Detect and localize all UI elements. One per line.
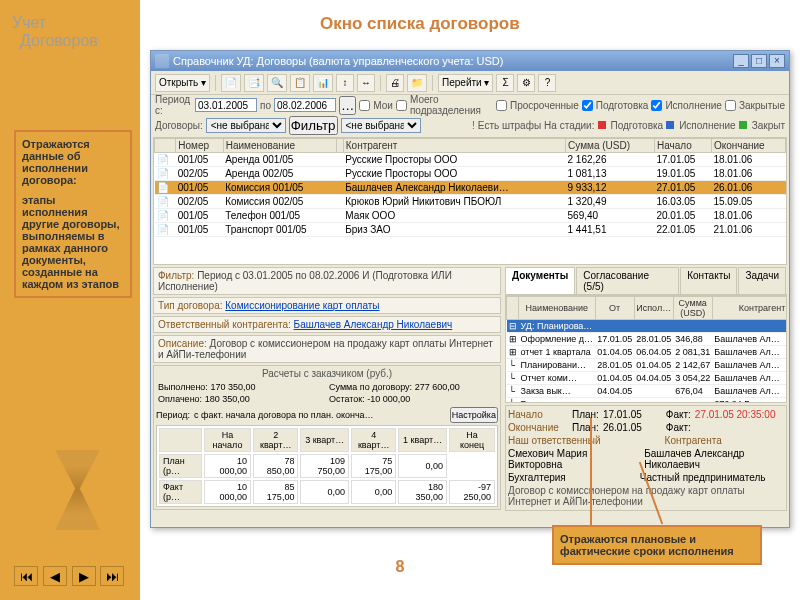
table-row[interactable]: 📄002/05Комиссия 002/05Крюков Юрий Никито… xyxy=(155,195,786,209)
callout-arrow xyxy=(590,418,592,526)
tab[interactable]: Документы xyxy=(505,267,575,294)
first-button[interactable]: ⏮ xyxy=(14,566,38,586)
calculations-panel: Расчеты с заказчиком (руб.) Выполнено: 1… xyxy=(153,365,501,510)
go-button[interactable]: Перейти ▾ xyxy=(438,74,493,92)
help-button[interactable]: ? xyxy=(538,74,556,92)
open-button[interactable]: Открыть ▾ xyxy=(155,74,210,92)
table-row[interactable]: ⊞отчет 1 квартала01.04.0506.04.052 081,3… xyxy=(507,346,788,359)
table-row[interactable]: 📄001/05Аренда 001/05Русские Просторы ООО… xyxy=(155,153,786,167)
chk-moego[interactable] xyxy=(396,100,407,111)
next-button[interactable]: ▶ xyxy=(72,566,96,586)
table-row[interactable]: └Планировани…28.01.0501.04.052 142,67Баш… xyxy=(507,359,788,372)
resp-us-link[interactable]: Смехович Мария Викторовна xyxy=(508,448,628,470)
chk-pros[interactable] xyxy=(496,100,507,111)
setup-button[interactable]: Настройка xyxy=(450,407,498,423)
type-link[interactable]: Комиссионирование карт оплаты xyxy=(225,300,379,311)
table-row[interactable]: ⊞Оформление д…17.01.0528.01.05346,88Башл… xyxy=(507,333,788,346)
tab[interactable]: Контакты xyxy=(680,267,737,294)
chk-zakr[interactable] xyxy=(725,100,736,111)
date-from-input[interactable] xyxy=(195,98,257,112)
toolbar: Открыть ▾ 📄 📑 🔍 📋 📊 ↕ ↔ 🖨 📁 Перейти ▾ Σ … xyxy=(151,71,789,95)
minimize-button[interactable]: _ xyxy=(733,54,749,68)
tool-icon[interactable]: 🖨 xyxy=(386,74,404,92)
tool-icon[interactable]: ↕ xyxy=(336,74,354,92)
table-row[interactable]: ⊟УД: Планирова… xyxy=(507,320,788,333)
resp-panel: Ответственный контрагента: Башлачев Алек… xyxy=(153,316,501,333)
sigma-button[interactable]: Σ xyxy=(496,74,514,92)
period-row: Период с: по … Мои Моего подразделения П… xyxy=(151,95,789,115)
table-row[interactable]: 📄002/05Аренда 002/05Русские Просторы ООО… xyxy=(155,167,786,181)
table-row[interactable]: 📄001/05Транспорт 001/05Бриз ЗАО1 441,512… xyxy=(155,223,786,237)
nav-buttons: ⏮ ◀ ▶ ⏭ xyxy=(14,566,126,586)
period-button[interactable]: … xyxy=(339,96,356,115)
slide-section: Учет Договоров xyxy=(12,14,98,50)
buh-link[interactable]: Бухгалтерия xyxy=(508,472,566,483)
table-row[interactable]: └Реализация…676,04 Башлачев Ал… xyxy=(507,398,788,404)
tool-icon[interactable]: 📑 xyxy=(244,74,264,92)
contracts-grid[interactable]: НомерНаименованиеКонтрагентСумма (USD)На… xyxy=(153,137,787,265)
resp-k-link[interactable]: Башлачев Александр Николаевич xyxy=(644,448,784,470)
payments-table: На начало2 кварт…3 кварт…4 кварт…1 кварт… xyxy=(156,425,498,507)
table-row[interactable]: 📄001/05Комиссия 001/05Башлачев Александр… xyxy=(155,181,786,195)
window-title: Справочник УД: Договоры (валюта управлен… xyxy=(173,55,503,67)
desc-panel: Описание: Договор с комиссионером на про… xyxy=(153,335,501,363)
dates-panel: НачалоПлан: 17.01.05 Факт: 27.01.05 20:3… xyxy=(505,405,787,511)
maximize-button[interactable]: □ xyxy=(751,54,767,68)
type-panel: Тип договора: Комиссионирование карт опл… xyxy=(153,297,501,314)
filter-panel: Фильтр: Период с 03.01.2005 по 08.02.200… xyxy=(153,267,501,295)
contracts-row: Договоры: <не выбрана> Фильтр <не выбран… xyxy=(151,115,789,135)
titlebar[interactable]: Справочник УД: Договоры (валюта управлен… xyxy=(151,51,789,71)
filter-select[interactable]: <не выбрана> xyxy=(341,118,421,133)
filter-button[interactable]: Фильтр xyxy=(289,116,338,135)
app-icon xyxy=(155,54,169,68)
tool-icon[interactable]: 📊 xyxy=(313,74,333,92)
chk-podg[interactable] xyxy=(582,100,593,111)
last-button[interactable]: ⏭ xyxy=(100,566,124,586)
tool-icon[interactable]: 📁 xyxy=(407,74,427,92)
tool-icon[interactable]: 📄 xyxy=(221,74,241,92)
slide-title: Окно списка договоров xyxy=(320,14,520,34)
chk-isp[interactable] xyxy=(651,100,662,111)
table-row[interactable]: └Отчет коми…01.04.0504.04.053 054,22Башл… xyxy=(507,372,788,385)
app-window: Справочник УД: Договоры (валюта управлен… xyxy=(150,50,790,528)
table-row[interactable]: └Закза вык…04.04.05676,04Башлачев Ал… xyxy=(507,385,788,398)
tool-icon[interactable]: 🔍 xyxy=(267,74,287,92)
close-button[interactable]: × xyxy=(769,54,785,68)
prev-button[interactable]: ◀ xyxy=(43,566,67,586)
documents-grid[interactable]: НаименованиеОтИспол…Сумма (USD)Контраген… xyxy=(505,295,787,403)
contracts-select[interactable]: <не выбрана> xyxy=(206,118,286,133)
tool-icon[interactable]: ↔ xyxy=(357,74,375,92)
config-button[interactable]: ⚙ xyxy=(517,74,535,92)
right-tabs: ДокументыСогласование (5/5)КонтактыЗадач… xyxy=(505,267,787,295)
info-box-left: Отражаются данные об исполнении договора… xyxy=(14,130,132,298)
tool-icon[interactable]: 📋 xyxy=(290,74,310,92)
tab[interactable]: Согласование (5/5) xyxy=(576,267,679,294)
period-link[interactable]: с факт. начала договора по план. оконча… xyxy=(194,410,446,420)
tab[interactable]: Задачи xyxy=(738,267,786,294)
buh-link2[interactable]: Частный предприниматель xyxy=(640,472,766,483)
date-to-input[interactable] xyxy=(274,98,336,112)
resp-link[interactable]: Башлачев Александр Николаевич xyxy=(294,319,453,330)
chk-moi[interactable] xyxy=(359,100,370,111)
table-row[interactable]: 📄001/05Телефон 001/05Маяк ООО569,4020.01… xyxy=(155,209,786,223)
